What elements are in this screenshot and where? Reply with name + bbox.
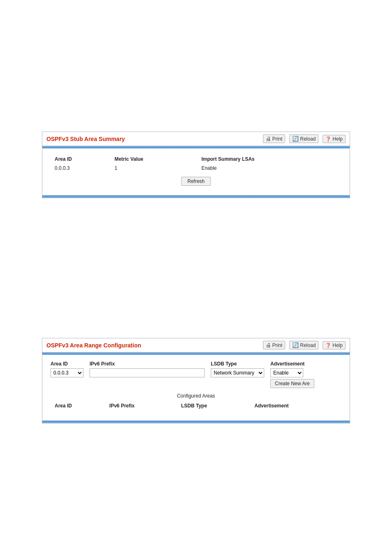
- reload-icon: [292, 136, 299, 142]
- lsdb-type-select[interactable]: Network Summary External NSSA External: [211, 368, 264, 377]
- stub-area-col-metric-value: Metric Value: [111, 155, 197, 164]
- area-range-help-label: Help: [332, 342, 343, 348]
- stub-area-col-import-summary: Import Summary LSAs: [197, 155, 341, 164]
- area-id-label: Area ID: [51, 361, 83, 367]
- area-range-blue-bar-bottom: [42, 421, 350, 423]
- area-range-form-row-1: Area ID 0.0.0.3 IPv6 Prefix LSDB Type Ne…: [51, 361, 341, 388]
- stub-area-reload-label: Reload: [300, 136, 316, 142]
- stub-area-print-label: Print: [272, 136, 283, 142]
- ipv6-prefix-input[interactable]: [90, 368, 205, 377]
- col-ipv6-prefix: IPv6 Prefix: [105, 401, 177, 410]
- stub-area-table: Area ID Metric Value Import Summary LSAs…: [51, 155, 341, 173]
- stub-area-reload-button[interactable]: Reload: [289, 134, 318, 143]
- col-advertisement: Advertisement: [250, 401, 341, 410]
- area-range-print-button[interactable]: Print: [263, 341, 286, 349]
- stub-area-panel-actions: Print Reload Help: [263, 134, 346, 143]
- configured-areas-table: Area ID IPv6 Prefix LSDB Type Advertisem…: [51, 401, 341, 410]
- col-area-id: Area ID: [51, 401, 105, 410]
- area-range-help-button[interactable]: Help: [323, 341, 346, 349]
- help-icon: [325, 136, 331, 142]
- stub-area-refresh-button[interactable]: Refresh: [181, 177, 211, 186]
- stub-area-refresh-container: Refresh: [51, 177, 341, 186]
- area-range-reload-icon: [292, 342, 299, 348]
- stub-area-help-button[interactable]: Help: [323, 135, 346, 143]
- area-range-print-icon: [266, 342, 271, 348]
- col-lsdb-type: LSDB Type: [177, 401, 250, 410]
- lsdb-type-group: LSDB Type Network Summary External NSSA …: [211, 361, 264, 377]
- ipv6-prefix-group: IPv6 Prefix: [90, 361, 205, 377]
- advertisement-select[interactable]: Enable Disable: [270, 368, 303, 377]
- stub-area-cell-import-summary: Enable: [197, 164, 341, 173]
- stub-area-panel-title: OSPFv3 Stub Area Summary: [46, 136, 125, 142]
- area-range-print-label: Print: [272, 342, 283, 348]
- area-range-panel-body: Area ID 0.0.0.3 IPv6 Prefix LSDB Type Ne…: [42, 355, 350, 421]
- lsdb-type-label: LSDB Type: [211, 361, 264, 367]
- stub-area-help-label: Help: [332, 136, 343, 142]
- area-range-panel-actions: Print Reload Help: [263, 341, 346, 349]
- stub-area-panel-header: OSPFv3 Stub Area Summary Print Reload He…: [42, 132, 350, 146]
- stub-area-panel: OSPFv3 Stub Area Summary Print Reload He…: [42, 132, 350, 198]
- area-id-group: Area ID 0.0.0.3: [51, 361, 83, 377]
- stub-area-col-area-id: Area ID: [51, 155, 111, 164]
- stub-area-cell-area-id: 0.0.0.3: [51, 164, 111, 173]
- page-container: OSPFv3 Stub Area Summary Print Reload He…: [0, 0, 392, 555]
- area-range-help-icon: [325, 342, 331, 348]
- area-id-select[interactable]: 0.0.0.3: [51, 368, 83, 377]
- configured-areas-section: Configured Areas Area ID IPv6 Prefix LSD…: [51, 393, 341, 410]
- create-new-area-button[interactable]: Create New Are: [270, 379, 314, 388]
- area-range-panel-title: OSPFv3 Area Range Configuration: [46, 342, 141, 349]
- area-range-panel-header: OSPFv3 Area Range Configuration Print Re…: [42, 338, 350, 352]
- stub-area-cell-metric-value: 1: [111, 164, 197, 173]
- area-range-reload-button[interactable]: Reload: [289, 341, 318, 349]
- configured-areas-label: Configured Areas: [51, 393, 341, 399]
- stub-area-blue-bar-bottom: [42, 195, 350, 198]
- advertisement-label: Advertisement: [270, 361, 314, 367]
- top-spacer: [0, 8, 392, 132]
- ipv6-prefix-label: IPv6 Prefix: [90, 361, 205, 367]
- stub-area-table-row: 0.0.0.3 1 Enable: [51, 164, 341, 173]
- print-icon: [266, 136, 271, 142]
- stub-area-panel-body: Area ID Metric Value Import Summary LSAs…: [42, 148, 350, 195]
- advertisement-group: Advertisement Enable Disable Create New …: [270, 361, 314, 388]
- area-range-panel: OSPFv3 Area Range Configuration Print Re…: [42, 338, 350, 423]
- area-range-reload-label: Reload: [300, 342, 316, 348]
- mid-spacer: [0, 215, 392, 338]
- stub-area-table-header-row: Area ID Metric Value Import Summary LSAs: [51, 155, 341, 164]
- configured-areas-header-row: Area ID IPv6 Prefix LSDB Type Advertisem…: [51, 401, 341, 410]
- stub-area-print-button[interactable]: Print: [263, 134, 286, 143]
